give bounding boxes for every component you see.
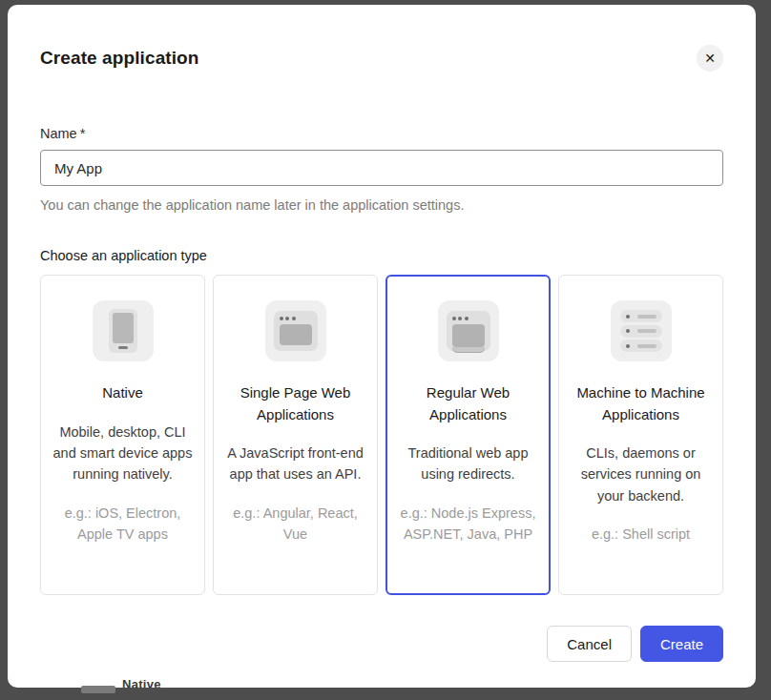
card-title: Machine to Machine Applications: [570, 382, 713, 425]
create-button[interactable]: Create: [640, 626, 723, 662]
modal-title: Create application: [40, 48, 199, 69]
card-machine-to-machine[interactable]: Machine to Machine Applications CLIs, da…: [558, 275, 723, 595]
browser-window-icon: [265, 300, 326, 361]
server-list-icon: [611, 300, 672, 361]
cancel-button[interactable]: Cancel: [547, 626, 632, 662]
application-type-section-label: Choose an application type: [40, 248, 723, 263]
card-title: Single Page Web Applications: [224, 382, 367, 425]
mobile-phone-icon: [93, 300, 154, 361]
card-example: e.g.: Angular, React, Vue: [223, 503, 367, 546]
dimmed-background-box: [81, 686, 115, 693]
modal-footer: Cancel Create: [40, 626, 723, 662]
card-title: Native: [102, 382, 143, 404]
card-example: e.g.: Node.js Express, ASP.NET, Java, PH…: [396, 503, 540, 546]
card-single-page-web[interactable]: Single Page Web Applications A JavaScrip…: [213, 275, 378, 595]
browser-window-stacked-icon: [438, 300, 499, 361]
card-description: Traditional web app using redirects.: [397, 443, 540, 485]
card-description: Mobile, desktop, CLI and smart device ap…: [52, 422, 195, 485]
application-type-cards: Native Mobile, desktop, CLI and smart de…: [40, 275, 723, 595]
card-regular-web[interactable]: Regular Web Applications Traditional web…: [386, 275, 551, 595]
close-button[interactable]: ✕: [697, 45, 723, 72]
name-field-label: Name*: [40, 126, 723, 141]
card-native[interactable]: Native Mobile, desktop, CLI and smart de…: [40, 275, 205, 595]
required-asterisk: *: [80, 126, 86, 141]
card-example: e.g.: Shell script: [592, 524, 690, 545]
application-name-input[interactable]: [40, 150, 723, 186]
card-title: Regular Web Applications: [397, 382, 540, 425]
name-helper-text: You can change the application name late…: [40, 197, 723, 213]
close-icon: ✕: [704, 51, 716, 65]
dimmed-background-text: Native: [122, 677, 246, 688]
card-example: e.g.: iOS, Electron, Apple TV apps: [51, 503, 195, 546]
modal-header: Create application ✕: [40, 5, 723, 72]
create-application-modal: Create application ✕ Name* You can chang…: [8, 5, 756, 688]
card-description: CLIs, daemons or services running on you…: [570, 443, 713, 506]
card-description: A JavaScript front-end app that uses an …: [224, 443, 367, 485]
